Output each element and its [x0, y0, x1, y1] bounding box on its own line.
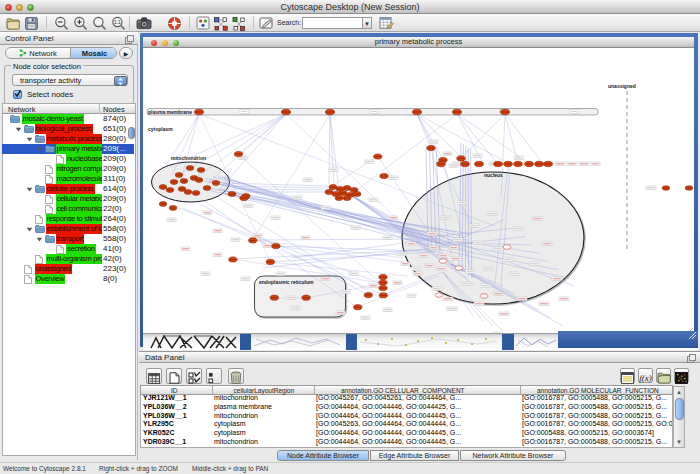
svg-text:endoplasmic reticulum: endoplasmic reticulum: [259, 279, 314, 285]
svg-text:unassigned: unassigned: [608, 83, 636, 89]
svg-text:1:1: 1:1: [114, 19, 121, 25]
svg-text:cytoplasm: cytoplasm: [148, 126, 173, 132]
svg-text:mitochondrion: mitochondrion: [171, 155, 206, 161]
svg-text:f(x): f(x): [639, 373, 652, 383]
svg-text:plasma membrane: plasma membrane: [148, 109, 192, 115]
svg-text:nucleus: nucleus: [484, 172, 503, 178]
